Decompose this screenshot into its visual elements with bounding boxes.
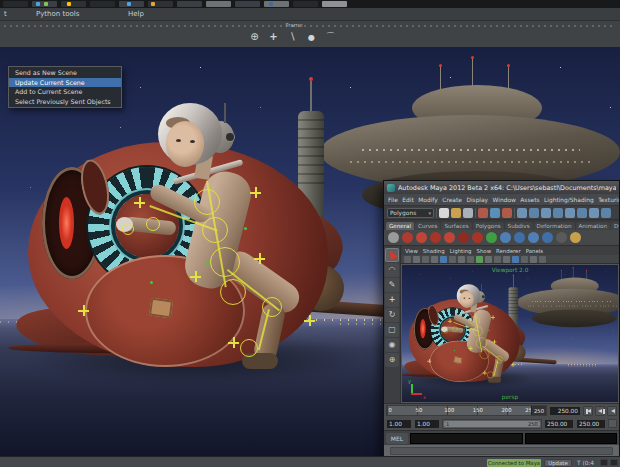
select-tool-icon[interactable] bbox=[385, 248, 399, 262]
snap-curve-icon[interactable] bbox=[502, 208, 512, 218]
maya-menu-texturing[interactable]: Texturing bbox=[598, 197, 619, 203]
viewport-toolbar-icon[interactable] bbox=[431, 256, 438, 263]
taskbar-item[interactable] bbox=[148, 1, 173, 7]
make-live-icon[interactable] bbox=[541, 208, 551, 218]
panel-menu-show[interactable]: Show bbox=[477, 248, 492, 254]
universal-manip-tool-icon[interactable] bbox=[385, 338, 399, 352]
taskbar-item[interactable] bbox=[90, 1, 115, 7]
command-line-input[interactable] bbox=[410, 433, 523, 444]
taskbar-item[interactable] bbox=[293, 1, 318, 7]
anim-start-field[interactable]: 1.00 bbox=[386, 419, 412, 429]
menu-item-update-current-scene[interactable]: Update Current Scene bbox=[9, 78, 121, 88]
render-settings-icon[interactable] bbox=[589, 208, 599, 218]
menu-item-add-to-current-scene[interactable]: Add to Current Scene bbox=[9, 87, 121, 97]
move-tool-icon[interactable] bbox=[385, 293, 399, 307]
maya-menu-assets[interactable]: Assets bbox=[520, 197, 539, 203]
viewport-toolbar-icon[interactable] bbox=[413, 256, 420, 263]
frame-camera-icon[interactable] bbox=[324, 30, 337, 44]
step-back-key-icon[interactable] bbox=[607, 406, 617, 416]
host-menu-python-tools[interactable]: Python tools bbox=[36, 10, 79, 18]
maya-menu-modify[interactable]: Modify bbox=[418, 197, 438, 203]
go-to-start-icon[interactable] bbox=[583, 406, 593, 416]
viewport-toolbar-icon[interactable] bbox=[404, 256, 411, 263]
viewport-toolbar-icon[interactable] bbox=[467, 256, 474, 263]
menu-item-send-as-new-scene[interactable]: Send as New Scene bbox=[9, 68, 121, 78]
viewport-toolbar-icon[interactable] bbox=[503, 256, 510, 263]
snap-point-icon[interactable] bbox=[517, 208, 527, 218]
maya-perspective-viewport[interactable]: Viewport 2.0 persp yx bbox=[401, 264, 619, 403]
taskbar-item[interactable] bbox=[61, 1, 86, 7]
shelf-icon[interactable] bbox=[458, 232, 469, 243]
maya-menu-file[interactable]: File bbox=[388, 197, 398, 203]
viewport-toolbar-icon[interactable] bbox=[440, 256, 447, 263]
viewport-toolbar-icon[interactable] bbox=[521, 256, 528, 263]
panel-menu-panels[interactable]: Panels bbox=[526, 248, 543, 254]
taskbar-item[interactable] bbox=[3, 1, 28, 7]
panel-menu-shading[interactable]: Shading bbox=[423, 248, 445, 254]
maya-menu-edit[interactable]: Edit bbox=[402, 197, 413, 203]
construction-history-icon[interactable] bbox=[553, 208, 563, 218]
shelf-tab-dynamics[interactable]: Dynam bbox=[611, 222, 619, 230]
pan-camera-icon[interactable] bbox=[267, 30, 280, 44]
shelf-icon[interactable] bbox=[472, 232, 483, 243]
zoom-camera-icon[interactable] bbox=[286, 30, 299, 44]
shelf-icon[interactable] bbox=[486, 232, 497, 243]
ipr-render-icon[interactable] bbox=[577, 208, 587, 218]
host-menu-help[interactable]: Help bbox=[128, 10, 144, 18]
snap-plane-icon[interactable] bbox=[529, 208, 539, 218]
shelf-icon[interactable] bbox=[402, 232, 413, 243]
save-scene-icon[interactable] bbox=[463, 208, 473, 218]
maya-menu-lighting-shading[interactable]: Lighting/Shading bbox=[544, 197, 594, 203]
lasso-tool-icon[interactable] bbox=[385, 263, 399, 277]
command-line-language-toggle[interactable]: MEL bbox=[386, 433, 408, 444]
playback-end-field[interactable]: 250.00 bbox=[544, 419, 574, 429]
shelf-tab-subdivs[interactable]: Subdivs bbox=[505, 222, 533, 230]
maya-menu-window[interactable]: Window bbox=[493, 197, 516, 203]
taskbar-item[interactable] bbox=[32, 1, 57, 7]
panel-menu-view[interactable]: View bbox=[405, 248, 418, 254]
shelf-icon[interactable] bbox=[514, 232, 525, 243]
shelf-icon[interactable] bbox=[500, 232, 511, 243]
viewport-toolbar-icon[interactable] bbox=[476, 256, 483, 263]
range-slider-track[interactable]: 1 250 bbox=[442, 419, 542, 429]
paint-effects-icon[interactable] bbox=[601, 208, 611, 218]
taskbar-item[interactable] bbox=[322, 1, 347, 7]
maya-menu-create[interactable]: Create bbox=[442, 197, 462, 203]
viewport-toolbar-icon[interactable] bbox=[485, 256, 492, 263]
taskbar-item[interactable] bbox=[235, 1, 260, 7]
shelf-icon[interactable] bbox=[542, 232, 553, 243]
auto-keyframe-icon[interactable] bbox=[608, 419, 617, 428]
update-button[interactable]: Update bbox=[544, 459, 572, 467]
shelf-icon[interactable] bbox=[570, 232, 581, 243]
open-scene-icon[interactable] bbox=[451, 208, 461, 218]
new-scene-icon[interactable] bbox=[439, 208, 449, 218]
paint-select-tool-icon[interactable] bbox=[385, 278, 399, 292]
range-slider-handle[interactable]: 1 250 bbox=[444, 421, 540, 427]
shelf-tab-deformation[interactable]: Deformation bbox=[534, 222, 575, 230]
shelf-tab-surfaces[interactable]: Surfaces bbox=[441, 222, 471, 230]
dolly-camera-icon[interactable] bbox=[305, 30, 318, 44]
viewport-toolbar-icon[interactable] bbox=[512, 256, 519, 263]
scale-tool-icon[interactable] bbox=[385, 323, 399, 337]
rotate-tool-icon[interactable] bbox=[385, 308, 399, 322]
viewport-toolbar-icon[interactable] bbox=[449, 256, 456, 263]
current-time-field[interactable]: 250.00 bbox=[549, 406, 581, 416]
viewport-toolbar-icon[interactable] bbox=[494, 256, 501, 263]
shelf-icon[interactable] bbox=[444, 232, 455, 243]
selection-mask-icon[interactable] bbox=[478, 208, 488, 218]
viewport-toolbar-icon[interactable] bbox=[422, 256, 429, 263]
taskbar-item[interactable] bbox=[264, 1, 289, 7]
viewport-toolbar-icon[interactable] bbox=[458, 256, 465, 263]
shelf-icon[interactable] bbox=[430, 232, 441, 243]
time-slider-track[interactable]: 0 50 100 150 200 250 250 bbox=[386, 405, 547, 416]
shelf-tab-curves[interactable]: Curves bbox=[415, 222, 440, 230]
panel-menu-lighting[interactable]: Lighting bbox=[450, 248, 472, 254]
taskbar-item[interactable] bbox=[206, 1, 231, 7]
shelf-icon[interactable] bbox=[388, 232, 399, 243]
shelf-icon[interactable] bbox=[528, 232, 539, 243]
shelf-tab-animation[interactable]: Animation bbox=[576, 222, 611, 230]
maya-title-bar[interactable]: Autodesk Maya 2012 Beta 2 x64: C:\Users\… bbox=[384, 181, 619, 194]
playback-start-field[interactable]: 1.00 bbox=[414, 419, 440, 429]
soft-modification-tool-icon[interactable] bbox=[385, 353, 399, 367]
orbit-camera-icon[interactable] bbox=[248, 30, 261, 44]
